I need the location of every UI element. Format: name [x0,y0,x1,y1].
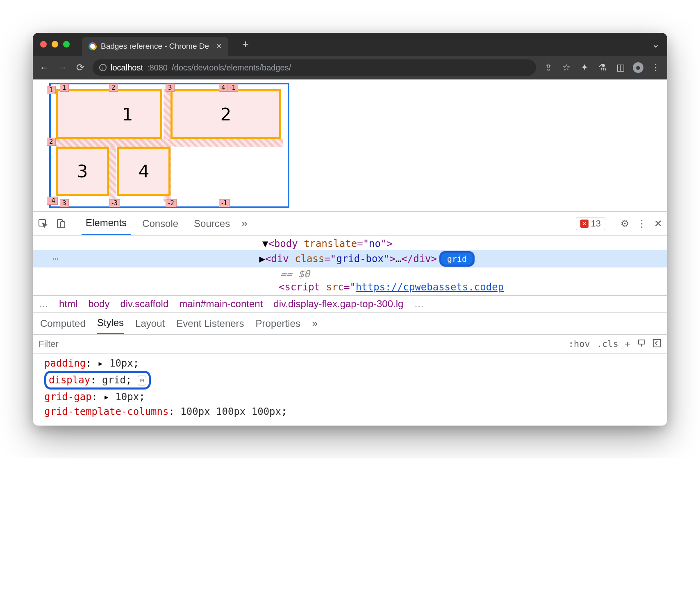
chrome-favicon-icon [89,42,97,50]
grid-line-label: 3 [166,84,175,92]
breadcrumb-item[interactable]: div.scaffold [120,298,168,310]
settings-icon[interactable]: ⚙ [620,218,630,229]
tab-sources[interactable]: Sources [190,212,234,235]
grid-line-label: 4 [219,84,228,92]
more-tabs-icon[interactable]: » [241,217,247,230]
tab-properties[interactable]: Properties [256,318,300,329]
url-path: /docs/devtools/elements/badges/ [172,63,291,72]
grid-line-label: -3 [109,199,120,207]
forward-button[interactable]: → [57,62,68,73]
bookmark-icon[interactable]: ☆ [561,62,572,73]
dom-node-selected[interactable]: ⋯ ▶<div class="grid-box">…</div> grid [33,250,667,267]
grid-line-label: 2 [47,138,56,146]
page-viewport: 1 2 3 4 1 1 2 3 4 -1 2 -4 3 -3 -2 -1 [33,79,667,426]
address-bar: ← → ⟳ i localhost:8080/docs/devtools/ele… [33,56,667,79]
maximize-window-button[interactable] [63,41,70,48]
grid-badge[interactable]: grid [439,251,475,267]
inspect-element-icon[interactable] [38,218,48,229]
tab-styles[interactable]: Styles [97,313,124,334]
cls-toggle[interactable]: .cls [597,339,618,349]
breadcrumb-more[interactable]: … [414,298,424,310]
grid-gap-horizontal [56,139,283,147]
hov-toggle[interactable]: :hov [568,339,590,349]
dom-node[interactable]: <script src="https://cpwebassets.codep [33,281,667,294]
devtools-panel: Elements Console Sources » ✕ 13 ⚙ ⋮ ✕ ▼<… [33,211,667,426]
minimize-window-button[interactable] [52,41,58,48]
extensions-icon[interactable]: ✦ [579,62,590,73]
new-tab-button[interactable]: + [242,38,249,51]
grid-cell: 1 [56,89,162,139]
svg-rect-2 [61,222,65,228]
styles-filter-input[interactable] [33,339,563,349]
breadcrumb-item[interactable]: div.display-flex.gap-top-300.lg [273,298,403,310]
dom-eq0: == $0 [33,267,667,281]
labs-icon[interactable]: ⚗ [597,62,608,73]
styles-pane-tabs: Computed Styles Layout Event Listeners P… [33,313,667,335]
breadcrumb-item[interactable]: html [59,298,77,310]
grid-line-label: -1 [227,84,238,92]
dom-tree[interactable]: ▼<body translate="no"> ⋯ ▶<div class="gr… [33,236,667,295]
overflow-ellipsis[interactable]: ⋯ [43,253,58,265]
breadcrumb-more[interactable]: … [39,298,48,310]
tab-title: Badges reference - Chrome De [101,42,209,51]
grid-line-label: 2 [109,84,118,92]
svg-rect-4 [653,340,661,347]
grid-line-label: -1 [219,199,230,207]
tab-elements[interactable]: Elements [82,212,131,235]
css-declaration[interactable]: padding: ▸ 10px; [44,356,656,371]
sidepanel-icon[interactable]: ◫ [615,62,626,73]
grid-line-label: 1 [47,86,56,94]
close-tab-icon[interactable]: × [216,41,222,52]
devtools-toolbar: Elements Console Sources » ✕ 13 ⚙ ⋮ ✕ [33,212,667,236]
tab-event-listeners[interactable]: Event Listeners [176,318,244,329]
dom-node[interactable]: ▼<body translate="no"> [33,237,667,250]
reload-button[interactable]: ⟳ [75,62,86,73]
tabs-dropdown-icon[interactable]: ⌄ [652,39,660,50]
profile-icon[interactable]: ● [633,62,643,73]
tab-console[interactable]: Console [138,212,182,235]
grid-line-label: 3 [60,199,69,207]
css-rules[interactable]: padding: ▸ 10px; display: grid; ⊞ grid-g… [33,353,667,426]
grid-line-label: -2 [166,199,177,207]
grid-cell: 4 [117,147,170,196]
titlebar: Badges reference - Chrome De × + ⌄ [33,33,667,56]
url-input[interactable]: i localhost:8080/docs/devtools/elements/… [93,59,536,76]
grid-line-label: -4 [47,197,58,205]
tab-layout[interactable]: Layout [135,318,165,329]
css-declaration[interactable]: grid-gap: ▸ 10px; [44,390,656,404]
more-tabs-icon[interactable]: » [312,317,318,330]
close-window-button[interactable] [40,41,47,48]
styles-filter-row: :hov .cls + [33,335,667,353]
paint-icon[interactable] [637,339,646,348]
svg-rect-3 [639,340,644,344]
breadcrumb-item[interactable]: main#main-content [179,298,263,310]
computed-toggle-icon[interactable] [652,339,661,348]
tab-computed[interactable]: Computed [40,318,86,329]
new-rule-button[interactable]: + [625,339,630,349]
url-port: :8080 [147,63,168,72]
grid-cell: 3 [56,147,109,196]
share-icon[interactable]: ⇪ [543,62,554,73]
grid-inspector-overlay: 1 2 3 4 1 1 2 3 4 -1 2 -4 3 -3 -2 -1 [49,83,289,208]
url-host: localhost [111,63,143,72]
grid-editor-icon[interactable]: ⊞ [138,376,146,386]
css-declaration-highlighted[interactable]: display: grid; ⊞ [44,371,656,390]
browser-window: Badges reference - Chrome De × + ⌄ ← → ⟳… [33,33,667,426]
info-icon[interactable]: i [99,64,107,71]
grid-line-label: 1 [60,84,69,92]
error-count-badge[interactable]: ✕ 13 [576,217,605,230]
back-button[interactable]: ← [39,62,50,73]
error-icon: ✕ [580,220,589,228]
device-toolbar-icon[interactable] [56,218,66,229]
browser-tab[interactable]: Badges reference - Chrome De × [82,37,228,56]
breadcrumb-item[interactable]: body [88,298,109,310]
menu-icon[interactable]: ⋮ [650,62,661,73]
css-declaration[interactable]: grid-template-columns: 100px 100px 100px… [44,404,656,419]
window-controls [40,41,70,48]
close-devtools-icon[interactable]: ✕ [654,218,662,229]
grid-cell: 2 [170,89,281,139]
more-menu-icon[interactable]: ⋮ [637,218,647,229]
dom-breadcrumbs[interactable]: … html body div.scaffold main#main-conte… [33,295,667,313]
